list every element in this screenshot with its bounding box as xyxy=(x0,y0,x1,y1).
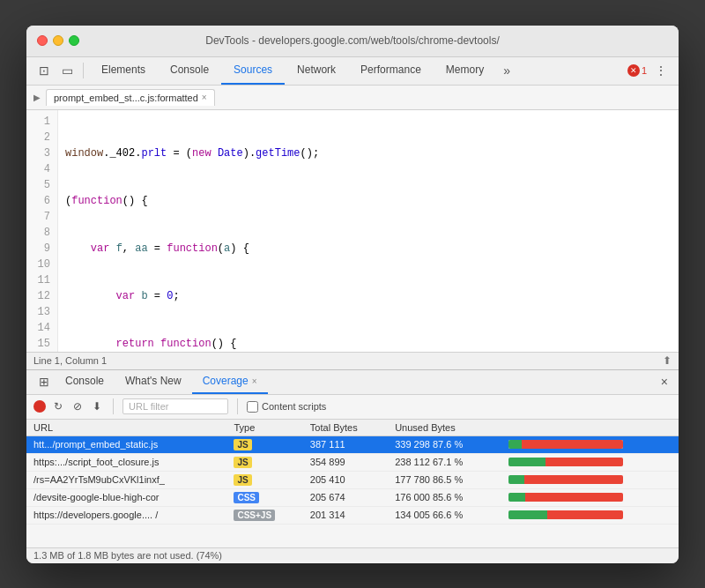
cell-bar xyxy=(501,506,679,524)
cell-bar xyxy=(501,453,679,471)
error-icon: ✕ xyxy=(627,64,640,77)
coverage-tbody: htt.../prompt_embed_static.jsJS387 11133… xyxy=(26,435,679,524)
cell-type: JS xyxy=(226,435,302,453)
coverage-toolbar: ↻ ⊘ ⬇ Content scripts xyxy=(26,395,679,420)
toolbar-separator xyxy=(83,63,84,78)
table-row[interactable]: https://developers.google.... /CSS+JS201… xyxy=(26,506,679,524)
file-tab[interactable]: prompt_embed_st...c.js:formatted × xyxy=(46,89,215,106)
cell-unused-bytes: 134 005 66.6 % xyxy=(388,506,501,524)
cell-url: https://developers.google.... / xyxy=(26,506,226,524)
coverage-data-table: URL Type Total Bytes Unused Bytes htt...… xyxy=(26,420,679,525)
cell-total-bytes: 205 674 xyxy=(303,488,388,506)
cell-bar xyxy=(501,488,679,506)
table-row[interactable]: /rs=AA2YrTsM9ubCxVKl1inxf_JS205 410177 7… xyxy=(26,471,679,488)
bottom-panel-icon[interactable]: ⊞ xyxy=(33,375,55,389)
cell-total-bytes: 387 111 xyxy=(303,435,388,453)
content-scripts-label: Content scripts xyxy=(247,401,326,413)
code-area: 12345 678910 1112131415 16 window._402.p… xyxy=(26,110,679,369)
file-tab-bar: ▶ prompt_embed_st...c.js:formatted × xyxy=(26,86,679,110)
more-tabs-icon[interactable]: » xyxy=(498,63,516,78)
cell-total-bytes: 201 314 xyxy=(303,506,388,524)
tab-console-bottom[interactable]: Console xyxy=(55,369,115,394)
nav-tabs: Elements Console Sources Network Perform… xyxy=(89,56,496,85)
tab-memory[interactable]: Memory xyxy=(434,56,496,85)
table-row[interactable]: /devsite-google-blue-high-corCSS205 6741… xyxy=(26,488,679,506)
cell-url: /devsite-google-blue-high-cor xyxy=(26,488,226,506)
tab-elements[interactable]: Elements xyxy=(89,56,158,85)
main-toolbar: ⊡ ▭ Elements Console Sources Network Per… xyxy=(26,57,679,86)
cell-unused-bytes: 177 780 86.5 % xyxy=(388,471,501,488)
close-button[interactable] xyxy=(37,35,48,46)
cell-url: htt.../prompt_embed_static.js xyxy=(26,435,226,453)
window-title: DevTools - developers.google.com/web/too… xyxy=(205,34,500,47)
cell-type: JS xyxy=(226,471,302,488)
cell-unused-bytes: 339 298 87.6 % xyxy=(388,435,501,453)
bottom-tabs: ⊞ Console What's New Coverage × × xyxy=(26,370,679,395)
cell-type: CSS+JS xyxy=(226,506,302,524)
table-row[interactable]: https:.../script_foot_closure.jsJS354 89… xyxy=(26,453,679,471)
maximize-button[interactable] xyxy=(69,35,79,46)
file-tab-arrow-icon[interactable]: ▶ xyxy=(33,93,41,102)
col-type: Type xyxy=(226,420,302,436)
table-header-row: URL Type Total Bytes Unused Bytes xyxy=(26,420,679,436)
tab-network[interactable]: Network xyxy=(285,56,348,85)
status-bar: Line 1, Column 1 ⬆ xyxy=(26,352,679,369)
inspect-icon[interactable]: ⊡ xyxy=(33,60,55,81)
url-filter-input[interactable] xyxy=(122,398,228,414)
tab-coverage[interactable]: Coverage × xyxy=(192,369,268,394)
cell-unused-bytes: 238 112 67.1 % xyxy=(388,453,501,471)
cell-total-bytes: 205 410 xyxy=(303,471,388,488)
bottom-panel: ⊞ Console What's New Coverage × × ↻ ⊘ ⬇ … xyxy=(26,369,679,563)
bottom-panel-close-icon[interactable]: × xyxy=(657,375,672,389)
cov-separator2 xyxy=(237,398,238,414)
devtools-window: DevTools - developers.google.com/web/too… xyxy=(26,26,679,563)
record-button[interactable] xyxy=(33,400,46,413)
line-numbers: 12345 678910 1112131415 16 xyxy=(26,110,58,352)
tab-sources[interactable]: Sources xyxy=(221,56,285,85)
device-icon[interactable]: ▭ xyxy=(56,60,78,81)
status-icon: ⬆ xyxy=(663,354,672,367)
traffic-lights xyxy=(37,35,79,46)
cell-bar xyxy=(501,471,679,488)
code-content[interactable]: 12345 678910 1112131415 16 window._402.p… xyxy=(26,110,679,352)
content-scripts-checkbox[interactable] xyxy=(247,401,258,413)
coverage-table: URL Type Total Bytes Unused Bytes htt...… xyxy=(26,420,679,547)
tab-performance[interactable]: Performance xyxy=(348,56,434,85)
col-url: URL xyxy=(26,420,226,436)
titlebar: DevTools - developers.google.com/web/too… xyxy=(26,26,679,57)
download-icon[interactable]: ⬇ xyxy=(90,399,104,413)
cell-type: JS xyxy=(226,453,302,471)
col-unused: Unused Bytes xyxy=(388,420,501,436)
refresh-icon[interactable]: ↻ xyxy=(51,399,65,413)
coverage-tab-close-icon[interactable]: × xyxy=(252,376,257,386)
cell-unused-bytes: 176 000 85.6 % xyxy=(388,488,501,506)
code-editor[interactable]: window._402.prlt = (new Date).getTime();… xyxy=(58,110,679,352)
cell-bar xyxy=(501,435,679,453)
tab-console[interactable]: Console xyxy=(158,56,221,85)
cov-separator xyxy=(113,398,114,414)
error-count: 1 xyxy=(642,65,647,76)
cursor-position: Line 1, Column 1 xyxy=(33,355,107,366)
tab-whats-new[interactable]: What's New xyxy=(115,369,192,394)
coverage-summary: 1.3 MB of 1.8 MB bytes are not used. (74… xyxy=(33,550,222,561)
bottom-status: 1.3 MB of 1.8 MB bytes are not used. (74… xyxy=(26,547,679,563)
clear-icon[interactable]: ⊘ xyxy=(70,399,85,413)
cell-url: https:.../script_foot_closure.js xyxy=(26,453,226,471)
table-row[interactable]: htt.../prompt_embed_static.jsJS387 11133… xyxy=(26,435,679,453)
col-bar xyxy=(501,420,679,436)
cell-total-bytes: 354 899 xyxy=(303,453,388,471)
toolbar-right: ✕ 1 ⋮ xyxy=(627,60,672,81)
minimize-button[interactable] xyxy=(53,35,63,46)
cell-type: CSS xyxy=(226,488,302,506)
settings-icon[interactable]: ⋮ xyxy=(650,60,672,81)
col-total: Total Bytes xyxy=(303,420,388,436)
file-tab-close-icon[interactable]: × xyxy=(202,93,207,102)
file-tab-label: prompt_embed_st...c.js:formatted xyxy=(54,93,198,103)
cell-url: /rs=AA2YrTsM9ubCxVKl1inxf_ xyxy=(26,471,226,488)
error-badge: ✕ 1 xyxy=(627,64,647,77)
